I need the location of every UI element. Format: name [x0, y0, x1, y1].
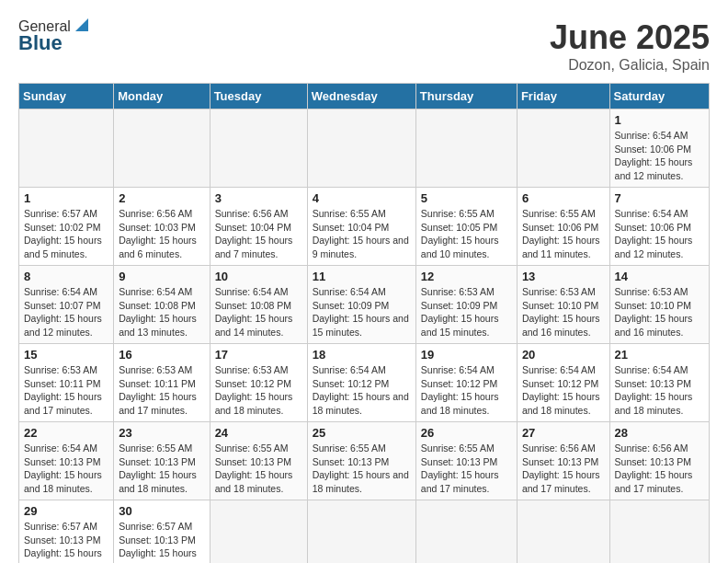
calendar-cell: 20 Sunrise: 6:54 AMSunset: 10:12 PMDayli…	[517, 344, 609, 422]
header-sunday: Sunday	[19, 84, 114, 109]
day-info: Sunrise: 6:56 AMSunset: 10:03 PMDaylight…	[119, 208, 197, 259]
calendar-week-row: 22 Sunrise: 6:54 AMSunset: 10:13 PMDayli…	[19, 422, 710, 500]
day-number: 19	[421, 348, 512, 362]
day-info: Sunrise: 6:53 AMSunset: 10:12 PMDaylight…	[215, 364, 293, 416]
day-info: Sunrise: 6:54 AMSunset: 10:09 PMDaylight…	[313, 286, 409, 338]
day-info: Sunrise: 6:55 AMSunset: 10:06 PMDaylight…	[522, 208, 600, 259]
calendar-cell: 1 Sunrise: 6:57 AMSunset: 10:02 PMDaylig…	[19, 188, 114, 266]
day-info: Sunrise: 6:54 AMSunset: 10:12 PMDaylight…	[313, 364, 409, 416]
logo-triangle-icon	[72, 18, 88, 35]
day-number: 4	[313, 191, 411, 205]
calendar-header-row: SundayMondayTuesdayWednesdayThursdayFrid…	[19, 84, 710, 109]
day-info: Sunrise: 6:54 AMSunset: 10:08 PMDaylight…	[215, 286, 293, 338]
day-number: 24	[215, 426, 302, 440]
day-number: 14	[615, 270, 704, 283]
day-info: Sunrise: 6:57 AMSunset: 10:13 PMDaylight…	[119, 521, 197, 563]
calendar-cell: 15 Sunrise: 6:53 AMSunset: 10:11 PMDayli…	[19, 344, 114, 422]
calendar-cell: 11 Sunrise: 6:54 AMSunset: 10:09 PMDayli…	[307, 266, 415, 344]
day-info: Sunrise: 6:57 AMSunset: 10:13 PMDaylight…	[24, 521, 102, 563]
calendar-cell: 4 Sunrise: 6:55 AMSunset: 10:04 PMDaylig…	[307, 188, 415, 266]
day-number: 13	[522, 270, 605, 283]
calendar-cell: 29 Sunrise: 6:57 AMSunset: 10:13 PMDayli…	[19, 500, 114, 564]
day-info: Sunrise: 6:54 AMSunset: 10:08 PMDaylight…	[119, 286, 197, 338]
day-number: 2	[119, 191, 204, 205]
day-number: 17	[215, 348, 302, 362]
day-number: 7	[615, 191, 704, 205]
header-tuesday: Tuesday	[210, 84, 307, 109]
calendar-cell	[415, 109, 517, 188]
day-info: Sunrise: 6:55 AMSunset: 10:13 PMDaylight…	[119, 442, 197, 494]
day-number: 18	[313, 348, 411, 362]
day-info: Sunrise: 6:53 AMSunset: 10:11 PMDaylight…	[24, 364, 102, 416]
day-number: 11	[313, 270, 411, 283]
header-thursday: Thursday	[415, 84, 517, 109]
day-number: 27	[522, 426, 605, 440]
day-info: Sunrise: 6:54 AMSunset: 10:13 PMDaylight…	[24, 442, 102, 494]
svg-marker-0	[75, 18, 88, 31]
day-info: Sunrise: 6:56 AMSunset: 10:04 PMDaylight…	[215, 208, 293, 259]
calendar-cell: 7 Sunrise: 6:54 AMSunset: 10:06 PMDaylig…	[609, 188, 709, 266]
calendar-cell	[609, 500, 709, 564]
calendar-cell: 8 Sunrise: 6:54 AMSunset: 10:07 PMDaylig…	[19, 266, 114, 344]
calendar-cell: 6 Sunrise: 6:55 AMSunset: 10:06 PMDaylig…	[517, 188, 609, 266]
day-number: 29	[24, 504, 108, 518]
calendar-cell	[517, 109, 609, 188]
calendar-cell: 18 Sunrise: 6:54 AMSunset: 10:12 PMDayli…	[307, 344, 415, 422]
calendar-cell: 19 Sunrise: 6:54 AMSunset: 10:12 PMDayli…	[415, 344, 517, 422]
day-number: 21	[615, 348, 704, 362]
day-info: Sunrise: 6:56 AMSunset: 10:13 PMDaylight…	[615, 442, 693, 494]
day-number: 3	[215, 191, 302, 205]
calendar-cell	[307, 109, 415, 188]
day-info: Sunrise: 6:55 AMSunset: 10:13 PMDaylight…	[313, 442, 409, 494]
calendar-week-row: 8 Sunrise: 6:54 AMSunset: 10:07 PMDaylig…	[19, 266, 710, 344]
calendar-cell	[114, 109, 210, 188]
page-title: June 2025	[550, 18, 710, 57]
calendar-cell: 12 Sunrise: 6:53 AMSunset: 10:09 PMDayli…	[415, 266, 517, 344]
calendar-cell: 14 Sunrise: 6:53 AMSunset: 10:10 PMDayli…	[609, 266, 709, 344]
calendar-cell: 16 Sunrise: 6:53 AMSunset: 10:11 PMDayli…	[114, 344, 210, 422]
logo: General Blue	[18, 18, 89, 55]
calendar-cell: 5 Sunrise: 6:55 AMSunset: 10:05 PMDaylig…	[415, 188, 517, 266]
day-number: 30	[119, 504, 204, 518]
day-info: Sunrise: 6:57 AMSunset: 10:02 PMDaylight…	[24, 208, 102, 259]
header-monday: Monday	[114, 84, 210, 109]
page-subtitle: Dozon, Galicia, Spain	[550, 57, 710, 74]
day-number: 1	[24, 191, 108, 205]
calendar-table: SundayMondayTuesdayWednesdayThursdayFrid…	[18, 83, 710, 563]
day-info: Sunrise: 6:54 AMSunset: 10:06 PMDaylight…	[615, 208, 693, 259]
calendar-week-row: 15 Sunrise: 6:53 AMSunset: 10:11 PMDayli…	[19, 344, 710, 422]
day-number: 26	[421, 426, 512, 440]
title-section: June 2025 Dozon, Galicia, Spain	[550, 18, 710, 74]
day-info: Sunrise: 6:53 AMSunset: 10:10 PMDaylight…	[615, 286, 693, 338]
logo-blue-text: Blue	[18, 31, 63, 55]
calendar-cell: 28 Sunrise: 6:56 AMSunset: 10:13 PMDayli…	[609, 422, 709, 500]
day-number: 23	[119, 426, 204, 440]
calendar-cell	[210, 109, 307, 188]
day-number: 20	[522, 348, 605, 362]
calendar-cell: 25 Sunrise: 6:55 AMSunset: 10:13 PMDayli…	[307, 422, 415, 500]
calendar-cell: 22 Sunrise: 6:54 AMSunset: 10:13 PMDayli…	[19, 422, 114, 500]
day-number: 22	[24, 426, 108, 440]
day-number: 28	[615, 426, 704, 440]
calendar-cell: 1 Sunrise: 6:54 AMSunset: 10:06 PMDaylig…	[609, 109, 709, 188]
calendar-cell	[19, 109, 114, 188]
calendar-week-row: 1 Sunrise: 6:54 AMSunset: 10:06 PMDaylig…	[19, 109, 710, 188]
day-number: 15	[24, 348, 108, 362]
day-number: 1	[615, 113, 704, 127]
calendar-cell	[415, 500, 517, 564]
day-info: Sunrise: 6:54 AMSunset: 10:12 PMDaylight…	[522, 364, 600, 416]
day-number: 9	[119, 270, 204, 283]
page-header: General Blue June 2025 Dozon, Galicia, S…	[18, 18, 710, 74]
day-info: Sunrise: 6:54 AMSunset: 10:07 PMDaylight…	[24, 286, 102, 338]
day-info: Sunrise: 6:55 AMSunset: 10:13 PMDaylight…	[215, 442, 293, 494]
day-number: 25	[313, 426, 411, 440]
day-number: 8	[24, 270, 108, 283]
calendar-cell	[307, 500, 415, 564]
calendar-cell: 26 Sunrise: 6:55 AMSunset: 10:13 PMDayli…	[415, 422, 517, 500]
day-info: Sunrise: 6:55 AMSunset: 10:13 PMDaylight…	[421, 442, 499, 494]
calendar-cell: 3 Sunrise: 6:56 AMSunset: 10:04 PMDaylig…	[210, 188, 307, 266]
day-info: Sunrise: 6:54 AMSunset: 10:12 PMDaylight…	[421, 364, 499, 416]
calendar-cell	[517, 500, 609, 564]
calendar-cell: 9 Sunrise: 6:54 AMSunset: 10:08 PMDaylig…	[114, 266, 210, 344]
day-info: Sunrise: 6:53 AMSunset: 10:09 PMDaylight…	[421, 286, 499, 338]
